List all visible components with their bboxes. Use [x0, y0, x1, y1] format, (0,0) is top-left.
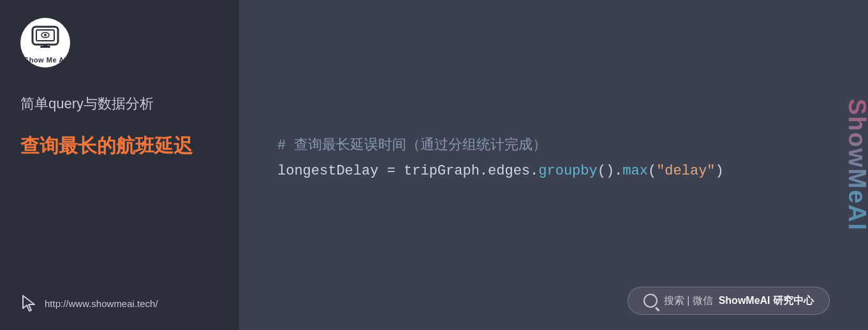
subtitle: 简单query与数据分析 — [20, 93, 154, 114]
search-icon — [644, 294, 658, 308]
logo-inner: Show Me AI — [24, 22, 66, 64]
logo-circle: Show Me AI — [20, 18, 70, 68]
search-brand: ShowMeAI 研究中心 — [719, 295, 814, 306]
website-area: http://www.showmeai.tech/ — [20, 294, 158, 312]
logo-area: Show Me AI — [20, 18, 70, 68]
code-method-groupby: groupby — [538, 163, 597, 179]
code-paren-open: (). — [598, 163, 623, 179]
cursor-icon — [20, 294, 38, 312]
code-block: # 查询最长延误时间（通过分组统计完成） longestDelay = trip… — [277, 133, 830, 183]
code-prefix: longestDelay = tripGraph.edges. — [277, 163, 538, 179]
svg-rect-3 — [43, 45, 47, 47]
code-line: longestDelay = tripGraph.edges.groupby()… — [277, 159, 830, 184]
svg-marker-6 — [23, 296, 34, 311]
svg-point-5 — [44, 34, 47, 36]
search-bar[interactable]: 搜索 | 微信 ShowMeAI 研究中心 — [628, 287, 830, 315]
sidebar: Show Me AI 简单query与数据分析 查询最长的航班延迟 http:/… — [0, 0, 239, 330]
code-panel: # 查询最长延误时间（通过分组统计完成） longestDelay = trip… — [239, 0, 868, 330]
main-title: 查询最长的航班延迟 — [20, 133, 193, 158]
code-method-max: max — [622, 163, 648, 179]
code-paren-close: ) — [716, 163, 724, 179]
code-string-arg: "delay" — [656, 163, 715, 179]
logo-icon — [29, 22, 62, 55]
search-label: 搜索 | 微信 ShowMeAI 研究中心 — [664, 294, 814, 308]
watermark-text: ShowMeAI — [845, 0, 868, 330]
logo-text: Show Me AI — [24, 56, 66, 64]
code-comment: # 查询最长延误时间（通过分组统计完成） — [277, 133, 830, 159]
website-link[interactable]: http://www.showmeai.tech/ — [45, 298, 158, 309]
